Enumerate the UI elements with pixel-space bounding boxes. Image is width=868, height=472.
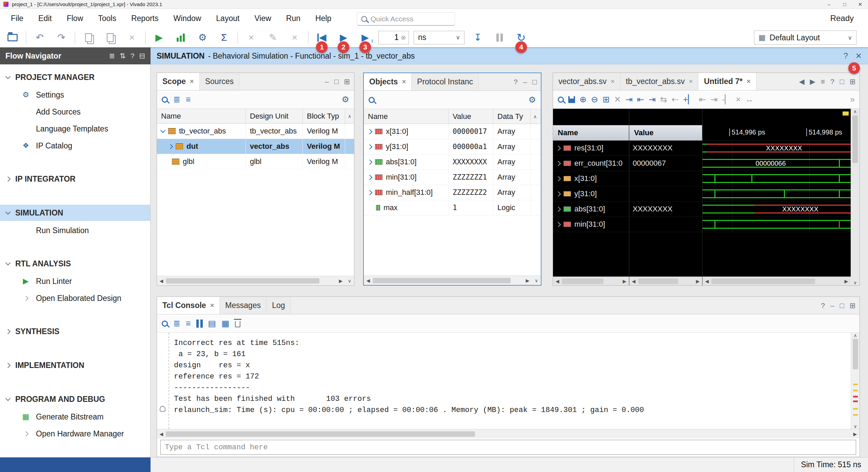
copy-button[interactable]	[80, 29, 97, 46]
help-icon[interactable]: ?	[830, 78, 834, 86]
tab-messages[interactable]: Messages	[220, 297, 267, 314]
scroll-thumb[interactable]	[562, 279, 604, 284]
waveform-y[interactable]	[703, 186, 851, 202]
scroll-thumb[interactable]	[852, 116, 858, 163]
float-panel-icon[interactable]: ⊞	[344, 78, 350, 86]
sidebar-item-generate-bitstream[interactable]: ▦ Generate Bitstream	[0, 409, 150, 424]
stop-button[interactable]: ×	[243, 29, 260, 46]
column-design-unit[interactable]: Design Unit	[246, 109, 303, 123]
wave-signal-row[interactable]: abs[31:0]	[553, 202, 629, 217]
menu-flow[interactable]: Flow	[59, 11, 91, 26]
tab-list-icon[interactable]: ≡	[821, 78, 825, 86]
reports-button[interactable]: Σ	[216, 29, 233, 46]
scroll-thumb[interactable]	[711, 279, 815, 284]
simulation-time-field[interactable]: ⊗	[378, 31, 409, 44]
tab-tb-vector-abs-sv[interactable]: tb_vector_abs.sv ×	[620, 73, 699, 90]
chevron-right-icon[interactable]	[556, 191, 561, 197]
close-simulation-icon[interactable]: ✕	[855, 52, 862, 61]
chevron-right-icon[interactable]	[556, 206, 561, 212]
scroll-left-icon[interactable]: ◀	[364, 276, 373, 285]
search-icon[interactable]	[369, 97, 375, 103]
menu-view[interactable]: View	[247, 11, 278, 26]
minimize-panel-icon[interactable]: –	[523, 78, 527, 86]
zoom-fit-icon[interactable]: ⊞	[603, 95, 610, 104]
close-wave-icon[interactable]: ×	[736, 95, 741, 104]
close-tab-icon[interactable]: ×	[190, 78, 194, 85]
chevron-right-icon[interactable]	[367, 129, 373, 134]
time-value-input[interactable]	[385, 33, 399, 42]
wave-value-hscrollbar[interactable]: ◀▶	[629, 276, 702, 285]
chevron-right-icon[interactable]	[367, 144, 373, 149]
search-icon[interactable]	[558, 97, 564, 103]
settings-button[interactable]: ⚙	[194, 29, 211, 46]
table-row[interactable]: abs[31:0] XXXXXXXX Array	[364, 155, 541, 170]
console-output[interactable]: Incorrect res at time 515ns: a = 23, b =…	[157, 333, 860, 429]
column-data-type[interactable]: Data Ty	[493, 109, 531, 124]
table-row[interactable]: tb_vector_abs tb_vector_abs Verilog M	[157, 124, 354, 139]
search-icon[interactable]	[162, 97, 168, 103]
run-flow-button[interactable]	[172, 29, 189, 46]
open-project-button[interactable]	[4, 29, 21, 46]
tab-vector-abs-sv[interactable]: vector_abs.sv ×	[553, 73, 620, 90]
tcl-command-box[interactable]	[160, 440, 856, 455]
scroll-up-icon[interactable]: ∧	[345, 109, 354, 123]
sidebar-item-open-hardware-manager[interactable]: Open Hardware Manager	[0, 426, 150, 441]
chevron-down-icon[interactable]	[160, 127, 166, 133]
maximize-panel-icon[interactable]: □	[840, 78, 844, 86]
menu-layout[interactable]: Layout	[209, 11, 247, 26]
tab-untitled-7[interactable]: Untitled 7* ×	[698, 73, 756, 90]
expand-all-icon[interactable]: ≡	[186, 319, 191, 328]
section-implementation[interactable]: IMPLEMENTATION	[0, 357, 150, 373]
close-tab-icon[interactable]: ×	[611, 78, 615, 85]
wave-signal-row[interactable]: err_count[31:0	[553, 156, 629, 171]
minimize-panel-icon[interactable]: –	[830, 302, 834, 310]
layout-selector[interactable]: ▦ Default Layout ∨	[754, 30, 856, 45]
section-rtl-analysis[interactable]: RTL ANALYSIS	[0, 255, 150, 272]
zoom-out-icon[interactable]: ⊖	[591, 95, 598, 104]
minimize-window-icon[interactable]: –	[821, 0, 837, 8]
help-icon[interactable]: ?	[131, 52, 135, 60]
waveform-res[interactable]: XXXXXXXX	[703, 141, 851, 156]
tcl-command-input[interactable]	[165, 443, 852, 452]
column-name[interactable]: Name	[364, 109, 449, 124]
scroll-up-icon[interactable]: ∧	[851, 333, 860, 338]
gear-icon[interactable]: ⚙	[529, 95, 536, 105]
column-block-type[interactable]: Block Typ	[303, 109, 345, 123]
search-icon[interactable]	[162, 321, 168, 327]
table-row[interactable]: min[31:0] ZZZZZZZ1 Array	[364, 170, 541, 185]
chevron-right-icon[interactable]	[367, 175, 373, 180]
table-row[interactable]: min_half[31:0] ZZZZZZZ2 Array	[364, 185, 541, 200]
table-row[interactable]: max 1 Logic	[364, 200, 541, 216]
sidebar-item-language-templates[interactable]: Language Templates	[0, 121, 150, 136]
close-tab-icon[interactable]: ×	[210, 302, 214, 309]
help-icon[interactable]: ?	[844, 52, 848, 61]
word-wrap-icon[interactable]: ▦	[221, 319, 230, 328]
close-window-icon[interactable]: ✕	[852, 0, 868, 8]
scroll-thumb[interactable]	[166, 278, 319, 284]
goto-next-marker-icon[interactable]: ⇥	[710, 95, 717, 104]
float-panel-icon[interactable]: ⊞	[849, 302, 855, 310]
menu-reports[interactable]: Reports	[124, 11, 166, 26]
sort-icon[interactable]: ⇅	[120, 52, 126, 60]
menu-help[interactable]: Help	[308, 11, 339, 26]
scroll-right-icon[interactable]: ▶	[336, 276, 345, 285]
step-button[interactable]: ↧	[469, 29, 486, 46]
copy-output-icon[interactable]: ▤	[208, 319, 216, 328]
delete-button[interactable]: ×	[123, 29, 140, 46]
wave-plot-area[interactable]: 514,996 ps 514,998 ps XXXXXXXX 00000066	[703, 109, 851, 285]
waveform-min[interactable]	[703, 217, 851, 232]
clear-time-icon[interactable]: ⊗	[401, 34, 406, 41]
scroll-down-icon[interactable]: ∨	[851, 280, 860, 285]
tab-log[interactable]: Log	[267, 297, 291, 314]
chevron-right-icon[interactable]	[367, 190, 373, 195]
tab-objects[interactable]: Objects ×	[364, 73, 412, 90]
waveforms[interactable]: XXXXXXXX 00000066	[703, 141, 851, 232]
sidebar-item-run-linter[interactable]: ▶ Run Linter	[0, 274, 150, 289]
column-name[interactable]: Name	[157, 109, 246, 123]
scroll-left-icon[interactable]: ◀	[703, 277, 711, 285]
chevron-right-icon[interactable]	[556, 161, 561, 166]
scroll-thumb[interactable]	[373, 278, 511, 283]
chevron-right-icon[interactable]	[168, 144, 173, 149]
float-panel-icon[interactable]: ⊞	[849, 78, 855, 86]
close-tab-icon[interactable]: ×	[402, 78, 406, 86]
